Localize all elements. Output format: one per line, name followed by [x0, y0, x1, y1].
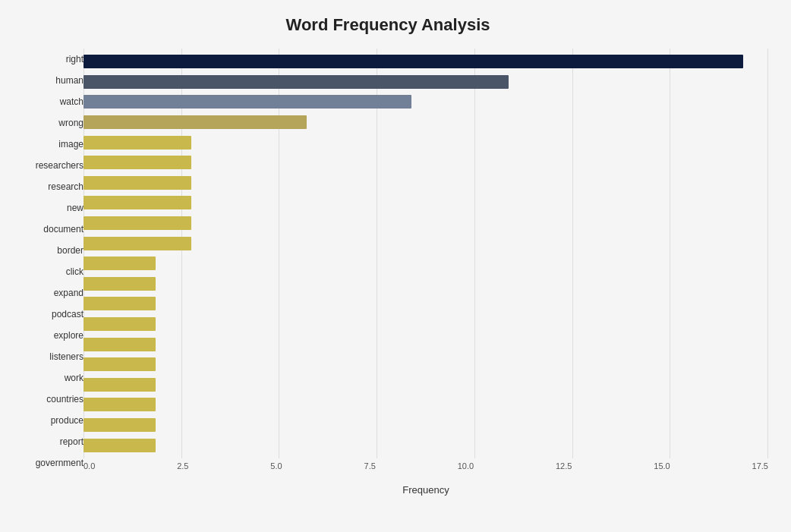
chart-title: Word Frequency Analysis	[8, 15, 768, 35]
bar	[84, 357, 156, 371]
y-label: produce	[51, 410, 84, 431]
bars-wrapper	[84, 49, 768, 458]
x-axis-label: Frequency	[402, 484, 449, 496]
y-label: document	[43, 219, 84, 240]
bar	[84, 418, 156, 432]
bar	[84, 257, 156, 270]
y-label: listeners	[49, 346, 84, 367]
bar-row	[84, 336, 768, 353]
y-label: podcast	[52, 304, 84, 325]
bar	[84, 196, 191, 209]
bar-row	[84, 295, 768, 312]
bar	[84, 156, 191, 169]
bar-row	[84, 194, 768, 211]
bar-row	[84, 316, 768, 332]
plot-area: 0.02.55.07.510.012.515.017.5 Frequency	[84, 49, 768, 496]
bar-row	[84, 417, 768, 433]
bar-row	[84, 53, 768, 70]
y-label: new	[67, 197, 84, 219]
bar-row	[84, 396, 768, 413]
bar	[84, 95, 411, 109]
bar	[84, 317, 156, 331]
x-axis-label-container: Frequency	[84, 483, 768, 496]
y-label: explore	[54, 325, 84, 346]
bar-row	[84, 215, 768, 231]
y-label: government	[36, 452, 84, 474]
bars-section: 0.02.55.07.510.012.515.017.5	[84, 49, 768, 481]
bar-row	[84, 93, 768, 110]
bar-row	[84, 175, 768, 191]
chart-container: Word Frequency Analysis righthumanwatchw…	[0, 0, 791, 532]
bar	[84, 277, 156, 291]
y-label: wrong	[58, 112, 84, 134]
y-label: right	[66, 49, 84, 70]
bar	[84, 378, 156, 392]
x-tick: 15.0	[654, 461, 670, 471]
bar	[84, 176, 191, 190]
bar-row	[84, 114, 768, 131]
y-label: researchers	[36, 155, 84, 176]
bar	[84, 338, 156, 351]
bar	[84, 75, 509, 89]
bar	[84, 237, 191, 250]
bar	[84, 297, 156, 310]
bar-row	[84, 154, 768, 171]
bar	[84, 136, 191, 150]
y-label: report	[60, 431, 84, 452]
bar-row	[84, 74, 768, 90]
x-axis: 0.02.55.07.510.012.515.017.5	[84, 458, 768, 481]
y-label: work	[65, 367, 84, 389]
bar	[84, 115, 307, 129]
y-label: watch	[60, 91, 84, 112]
bar-row	[84, 437, 768, 454]
x-tick: 10.0	[458, 461, 474, 471]
bar	[84, 398, 156, 411]
bar	[84, 216, 191, 230]
bar-row	[84, 134, 768, 151]
y-label: human	[55, 70, 84, 91]
x-tick: 5.0	[270, 461, 282, 471]
y-label: countries	[46, 389, 84, 410]
y-label: border	[57, 240, 84, 261]
y-label: image	[58, 134, 84, 155]
x-tick: 2.5	[177, 461, 188, 471]
x-tick: 17.5	[752, 461, 768, 471]
bar	[84, 439, 156, 452]
bar-row	[84, 235, 768, 252]
y-label: expand	[54, 282, 84, 304]
x-tick: 0.0	[84, 461, 95, 471]
y-label: click	[66, 261, 84, 282]
bar-row	[84, 275, 768, 292]
y-axis: righthumanwatchwrongimageresearchersrese…	[8, 49, 84, 496]
x-tick: 7.5	[364, 461, 376, 471]
bar	[84, 55, 743, 68]
bar-row	[84, 376, 768, 393]
x-tick: 12.5	[556, 461, 572, 471]
y-label: research	[48, 176, 84, 197]
bar-row	[84, 255, 768, 272]
bar-row	[84, 356, 768, 373]
chart-area: righthumanwatchwrongimageresearchersrese…	[8, 49, 768, 496]
